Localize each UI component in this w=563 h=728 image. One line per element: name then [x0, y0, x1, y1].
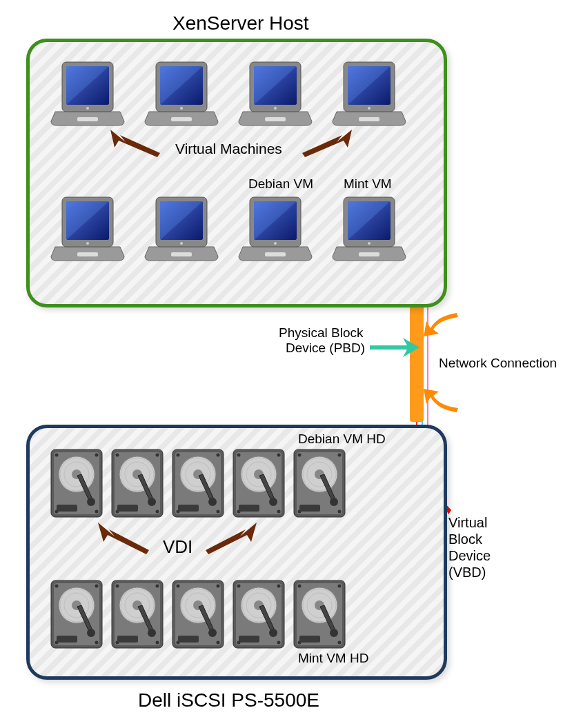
hdd-icon: [110, 448, 164, 518]
debian-vm-laptop-icon: [237, 193, 313, 269]
mint-hdd-icon: [293, 579, 346, 649]
vdi-label: VDI: [163, 536, 192, 558]
arrow-icon: [110, 130, 166, 157]
mint-vm-label: Mint VM: [344, 176, 392, 192]
pbd-label-line1: Physical Block: [279, 325, 364, 341]
host-title: XenServer Host: [172, 12, 309, 34]
vm-laptop-icon: [144, 58, 219, 134]
virtual-machines-label: Virtual Machines: [175, 141, 282, 157]
debian-hd-label: Debian VM HD: [298, 432, 386, 447]
hdd-icon: [232, 448, 286, 518]
arrow-icon: [98, 523, 153, 554]
arrow-icon: [201, 523, 257, 554]
vm-laptop-icon: [50, 58, 126, 134]
debian-hdd-icon: [293, 448, 346, 518]
vbd-label: Virtual Block Device (VBD): [448, 514, 491, 580]
vm-laptop-icon: [50, 193, 126, 269]
vbd-line: (VBD): [448, 564, 491, 580]
vbd-line: Device: [448, 547, 491, 564]
pbd-label-line2: Device (PBD): [286, 341, 365, 356]
hdd-icon: [232, 579, 286, 649]
network-connection-label: Network Connection: [439, 356, 557, 371]
mint-vm-laptop-icon: [331, 193, 407, 269]
mint-hd-label: Mint VM HD: [298, 651, 368, 666]
storage-title: Dell iSCSI PS-5500E: [138, 689, 319, 711]
hdd-icon: [50, 579, 103, 649]
svg-rect-23: [410, 305, 424, 422]
hdd-icon: [171, 579, 225, 649]
hdd-icon: [171, 448, 225, 518]
hdd-icon: [50, 448, 103, 518]
debian-vm-label: Debian VM: [248, 176, 313, 192]
hdd-icon: [110, 579, 164, 649]
vm-laptop-icon: [144, 193, 219, 269]
vm-laptop-icon: [237, 58, 313, 134]
vbd-line: Block: [448, 531, 491, 547]
vbd-line: Virtual: [448, 514, 491, 531]
arrow-icon: [297, 130, 352, 157]
vm-laptop-icon: [331, 58, 407, 134]
